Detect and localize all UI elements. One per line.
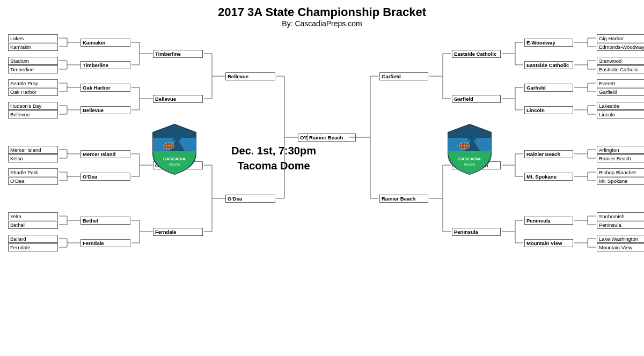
team-mountain-view-r2: Mountain View	[524, 239, 573, 247]
team-rainier-beach-r4: Rainier Beach	[379, 195, 428, 203]
team-timberline-r1: Timberline	[8, 65, 58, 73]
team-timberline-r2: Timberline	[80, 61, 130, 69]
logo-right: CASCADIA PREPS	[445, 122, 494, 170]
full-bracket: Lakes Kamiakin Stadium Timberline Seattl…	[5, 31, 644, 352]
svg-text:PREPS: PREPS	[464, 163, 475, 166]
team-edmonds-woodway-r1: Edmonds-Woodway	[597, 43, 644, 51]
team-oak-harbor-r2: Oak Harbor	[80, 84, 130, 92]
team-bellevue-r3: Bellevue	[153, 95, 203, 103]
team-snohomish: Snohomish	[597, 212, 644, 220]
team-garfield-r2: Garfield	[524, 84, 573, 92]
team-lakeside: Lakeside	[597, 102, 644, 110]
team-eastside-catholic-r1: Eastside Catholic	[597, 65, 644, 73]
bracket-container: 2017 3A State Championship Bracket By: C…	[0, 0, 644, 356]
team-shadle-park: Shadle Park	[8, 168, 58, 176]
event-date: Dec. 1st, 7:30pm	[209, 143, 338, 158]
team-mt-spokane-r2: Mt. Spokane	[524, 173, 573, 181]
team-garfield-r4: Garfield	[379, 72, 428, 80]
svg-text:PREPS: PREPS	[169, 163, 180, 166]
team-peninsula-r1: Peninsula	[597, 221, 644, 229]
logo-left: CASCADIA PREPS	[150, 122, 199, 170]
team-kamiakin-r2: Kamiakin	[80, 39, 130, 47]
team-bellevue-r1: Bellevue	[8, 110, 58, 118]
team-timberline-r3: Timberline	[153, 50, 203, 58]
team-stadium: Stadium	[8, 57, 58, 65]
svg-text:CASCADIA: CASCADIA	[458, 157, 481, 161]
team-bellevue-r2: Bellevue	[80, 106, 130, 114]
team-lincoln-r2: Lincoln	[524, 106, 573, 114]
team-gig-harbor: Gig Harbor	[597, 34, 644, 42]
team-mountain-view-r1: Mountain View	[597, 243, 644, 251]
team-ewoodway-r2: E-Woodway	[524, 39, 573, 47]
center-info: Dec. 1st, 7:30pm Tacoma Dome	[209, 143, 338, 173]
team-kamiakin-r1: Kamiakin	[8, 43, 58, 51]
team-garfield-r3: Garfield	[452, 95, 501, 103]
team-eastside-catholic-r3: Eastside Catholic	[452, 50, 501, 58]
team-odea-r4: O'Dea	[225, 195, 275, 203]
team-odea-r1: O'Dea	[8, 177, 58, 185]
team-oak-harbor-r1: Oak Harbor	[8, 88, 58, 96]
team-yelm: Yelm	[8, 212, 58, 220]
bracket-subtitle: By: CascadiaPreps.com	[5, 19, 639, 28]
team-ferndale-r2: Ferndale	[80, 239, 130, 247]
team-garfield-r1: Garfield	[597, 88, 644, 96]
team-lincoln-r1: Lincoln	[597, 110, 644, 118]
team-hudsons-bay: Hudson's Bay	[8, 102, 58, 110]
team-bethel-r1: Bethel	[8, 221, 58, 229]
svg-text:CASCADIA: CASCADIA	[163, 157, 186, 161]
team-seattle-prep: Seattle Prep	[8, 79, 58, 87]
team-eastside-catholic-r2: Eastside Catholic	[524, 61, 573, 69]
team-arlington: Arlington	[597, 146, 644, 154]
team-rainier-beach-r1: Rainier Beach	[597, 154, 644, 162]
team-odea-r2: O'Dea	[80, 173, 130, 181]
team-mercer-island-r2: Mercer Island	[80, 150, 130, 158]
bracket-lines	[5, 31, 644, 352]
team-lakes: Lakes	[8, 34, 58, 42]
team-lake-washington: Lake Washington	[597, 235, 644, 243]
team-bethel-r2: Bethel	[80, 217, 130, 225]
event-venue: Tacoma Dome	[209, 158, 338, 173]
team-bishop-blanchet: Bishop Blanchet	[597, 168, 644, 176]
title-area: 2017 3A State Championship Bracket By: C…	[5, 5, 639, 28]
team-everett: Everett	[597, 79, 644, 87]
team-peninsula-r2: Peninsula	[524, 217, 573, 225]
team-mercer-island-r1: Mercer Island	[8, 146, 58, 154]
team-peninsula-r3: Peninsula	[452, 228, 501, 236]
team-stanwood: Stanwood	[597, 57, 644, 65]
team-ferndale-r3: Ferndale	[153, 228, 203, 236]
team-kelso: Kelso	[8, 154, 58, 162]
team-rainier-beach-finalist: Rainier Beach	[307, 134, 356, 142]
bracket-title: 2017 3A State Championship Bracket	[5, 5, 639, 19]
team-mt-spokane-r1: Mt. Spokane	[597, 177, 644, 185]
team-rainier-beach-r2: Rainier Beach	[524, 150, 573, 158]
team-ballard: Ballard	[8, 235, 58, 243]
team-bellevue-r4: Bellevue	[225, 72, 275, 80]
team-ferndale-r1: Ferndale	[8, 243, 58, 251]
